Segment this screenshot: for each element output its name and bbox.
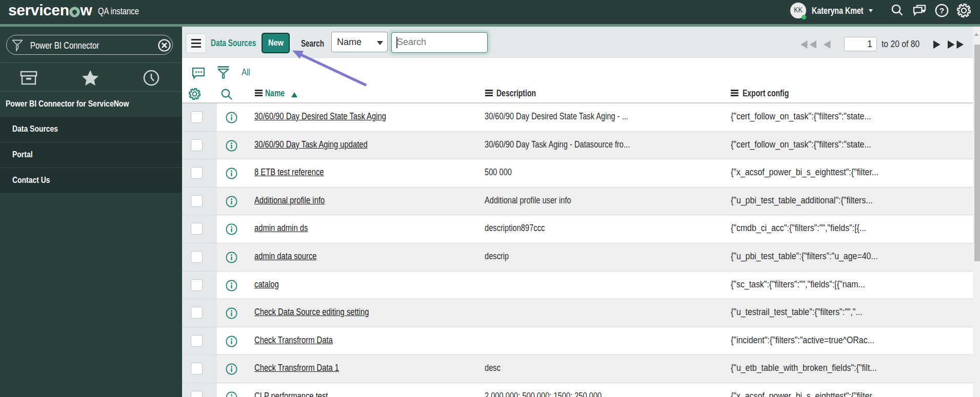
svg-text:?: ? <box>939 6 944 15</box>
